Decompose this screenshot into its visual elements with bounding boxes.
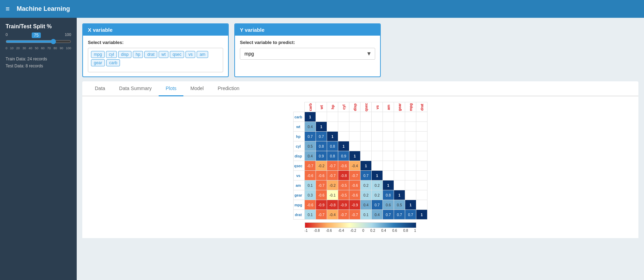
cell-empty xyxy=(372,132,383,141)
matrix-cell: 0.1 xyxy=(305,210,316,220)
tag-drat[interactable]: drat xyxy=(144,51,157,58)
row-label-cyl: cyl xyxy=(294,141,305,151)
cell-empty xyxy=(394,151,405,161)
matrix-cell: 0.1 xyxy=(305,180,316,190)
matrix-cell: -0.5 xyxy=(338,180,349,190)
cell-empty xyxy=(394,141,405,151)
x-variable-tags[interactable]: mpg cyl disp hp drat wt qsec vs am gear … xyxy=(88,48,223,72)
matrix-cell: 0.3 xyxy=(305,190,316,200)
cell-empty xyxy=(383,122,394,132)
matrix-cell: -0.9 xyxy=(338,200,349,210)
col-label-qsec: qsec xyxy=(361,102,372,112)
tag-wt[interactable]: wt xyxy=(159,51,168,58)
matrix-cell: -0.9 xyxy=(349,200,361,210)
train-test-section: Train/Test Split % 0 75 100 010203040506… xyxy=(6,23,71,50)
tabs-container: Data Data Summary Plots Model Prediction… xyxy=(82,81,638,238)
cell-empty xyxy=(316,112,327,122)
matrix-cell: 0.7 xyxy=(361,171,372,180)
cell-empty xyxy=(394,171,405,180)
y-variable-select-wrapper: mpg cyl disp hp drat wt qsec vs am gear … xyxy=(240,48,375,60)
scale-bar xyxy=(305,222,416,228)
tab-model[interactable]: Model xyxy=(183,81,211,96)
matrix-cell: -0.8 xyxy=(327,200,338,210)
matrix-cell: 0.8 xyxy=(327,141,338,151)
tag-disp[interactable]: disp xyxy=(118,51,131,58)
tag-mpg[interactable]: mpg xyxy=(91,51,105,58)
cell-empty xyxy=(383,171,394,180)
y-variable-label: Select variable to predict: xyxy=(240,40,375,45)
split-title: Train/Test Split % xyxy=(6,23,71,30)
col-label-hp: hp xyxy=(327,102,338,112)
variable-cards: X variable Select variables: mpg cyl dis… xyxy=(82,23,638,77)
y-variable-card: Y variable Select variable to predict: m… xyxy=(234,23,381,77)
cell-empty xyxy=(361,112,372,122)
cell-empty xyxy=(349,122,361,132)
matrix-cell: -0.2 xyxy=(327,180,338,190)
tab-prediction[interactable]: Prediction xyxy=(211,81,246,96)
matrix-cell: -0.6 xyxy=(305,200,316,210)
tag-am[interactable]: am xyxy=(197,51,208,58)
matrix-cell: -0.6 xyxy=(349,190,361,200)
matrix-cell: -0.6 xyxy=(305,171,316,180)
tab-data[interactable]: Data xyxy=(88,81,112,96)
row-label-wt: wt xyxy=(294,122,305,132)
matrix-cell: 0.2 xyxy=(361,180,372,190)
matrix-cell: -0.9 xyxy=(316,200,327,210)
cell-empty xyxy=(416,141,427,151)
y-variable-select[interactable]: mpg cyl disp hp drat wt qsec vs am gear … xyxy=(240,48,375,60)
cell-empty xyxy=(338,112,349,122)
matrix-cell: -0.6 xyxy=(349,180,361,190)
tag-vs[interactable]: vs xyxy=(185,51,195,58)
cell-empty xyxy=(338,132,349,141)
matrix-cell: 0.7 xyxy=(405,210,416,220)
matrix-cell: -0.5 xyxy=(338,190,349,200)
cell-empty xyxy=(394,112,405,122)
tabs-header: Data Data Summary Plots Model Prediction xyxy=(82,81,638,96)
matrix-cell: 0.2 xyxy=(372,190,383,200)
matrix-cell: -0.7 xyxy=(316,180,327,190)
col-label-disp: disp xyxy=(349,102,361,112)
tab-plots[interactable]: Plots xyxy=(159,81,183,96)
cell-empty xyxy=(361,141,372,151)
app-title: Machine Learning xyxy=(17,5,70,13)
train-data-label: Train Data: 24 records xyxy=(6,56,71,62)
cell-empty xyxy=(372,161,383,171)
slider-value-badge: 75 xyxy=(32,32,40,38)
tab-data-summary[interactable]: Data Summary xyxy=(112,81,159,96)
tag-qsec[interactable]: qsec xyxy=(170,51,184,58)
cell-empty xyxy=(405,132,416,141)
cell-empty xyxy=(349,141,361,151)
matrix-cell: 0.5 xyxy=(305,141,316,151)
matrix-cell: -0.7 xyxy=(327,161,338,171)
cell-empty xyxy=(405,122,416,132)
cell-empty xyxy=(405,141,416,151)
menu-icon[interactable]: ≡ xyxy=(6,5,10,13)
content-area: X variable Select variables: mpg cyl dis… xyxy=(77,18,644,280)
col-label-am: am xyxy=(383,102,394,112)
matrix-cell: -0.7 xyxy=(327,171,338,180)
matrix-cell: -0.1 xyxy=(327,190,338,200)
tag-hp[interactable]: hp xyxy=(133,51,143,58)
matrix-cell: 1 xyxy=(394,190,405,200)
matrix-cell: 0.7 xyxy=(372,200,383,210)
tag-carb[interactable]: carb xyxy=(106,59,120,66)
matrix-cell: 0.2 xyxy=(372,180,383,190)
cell-empty xyxy=(349,132,361,141)
tag-cyl[interactable]: cyl xyxy=(106,51,117,58)
y-variable-body: Select variable to predict: mpg cyl disp… xyxy=(235,36,380,64)
matrix-cell: 1 xyxy=(383,180,394,190)
tag-gear[interactable]: gear xyxy=(91,59,105,66)
matrix-cell: -0.7 xyxy=(316,210,327,220)
row-label-qsec: qsec xyxy=(294,161,305,171)
matrix-cell: 0.4 xyxy=(361,200,372,210)
col-label-wt: wt xyxy=(316,102,327,112)
cell-empty xyxy=(383,141,394,151)
matrix-cell: 0.5 xyxy=(394,200,405,210)
train-test-slider[interactable] xyxy=(6,39,71,44)
cell-empty xyxy=(394,122,405,132)
cell-empty xyxy=(405,180,416,190)
slider-tick-labels: 0102030405060708090100 xyxy=(6,46,71,50)
cell-empty xyxy=(405,151,416,161)
matrix-cell: -0.2 xyxy=(316,161,327,171)
matrix-cell: -0.7 xyxy=(349,171,361,180)
